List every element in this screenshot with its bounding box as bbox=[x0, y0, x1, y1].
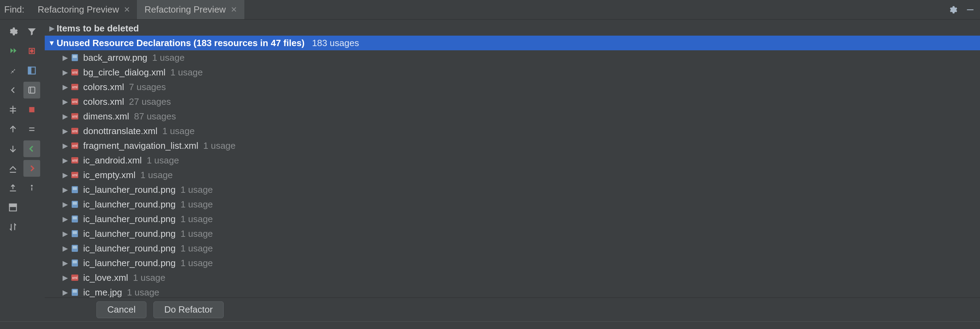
usage-count: 27 usages bbox=[129, 96, 171, 107]
chevron-right-icon: ▶ bbox=[47, 24, 57, 32]
diff-right-icon[interactable] bbox=[24, 160, 40, 177]
chevron-right-icon: ▶ bbox=[60, 200, 70, 208]
gear-icon[interactable] bbox=[945, 2, 961, 17]
up-icon[interactable] bbox=[5, 121, 21, 138]
xml-file-icon: xml bbox=[70, 82, 80, 92]
xml-file-icon: xml bbox=[70, 273, 80, 283]
cancel-button[interactable]: Cancel bbox=[97, 301, 146, 318]
usage-count: 1 usage bbox=[204, 140, 236, 151]
settings-icon[interactable] bbox=[5, 23, 21, 40]
tree-item[interactable]: ▶xmldonottranslate.xml1 usage bbox=[45, 124, 980, 138]
usage-count: 1 usage bbox=[153, 52, 185, 63]
file-name: ic_android.xml bbox=[83, 155, 142, 166]
info-icon[interactable] bbox=[24, 180, 40, 196]
file-name: colors.xml bbox=[83, 82, 124, 92]
preview-icon[interactable] bbox=[5, 199, 21, 216]
export-icon[interactable] bbox=[5, 180, 21, 196]
xml-file-icon: xml bbox=[70, 67, 80, 77]
down-icon[interactable] bbox=[5, 140, 21, 157]
tree-item[interactable]: ▶ic_launcher_round.png1 usage bbox=[45, 197, 980, 211]
file-name: fragment_navigation_list.xml bbox=[83, 140, 199, 151]
svg-text:xml: xml bbox=[72, 276, 78, 280]
tree-item[interactable]: ▶back_arrow.png1 usage bbox=[45, 50, 980, 65]
usage-count: 1 usage bbox=[162, 126, 195, 137]
tree-item[interactable]: ▶xmldimens.xml87 usages bbox=[45, 109, 980, 124]
tree-item[interactable]: ▶ic_launcher_round.png1 usage bbox=[45, 256, 980, 270]
tree-item[interactable]: ▶ic_me.jpg1 usage bbox=[45, 285, 980, 297]
tab-refactoring-preview-1[interactable]: Refactoring Preview ✕ bbox=[137, 0, 244, 19]
svg-rect-31 bbox=[73, 187, 77, 190]
file-name: ic_empty.xml bbox=[83, 170, 135, 181]
usage-tree[interactable]: ▶Items to be deleted▼Unused Resource Dec… bbox=[45, 19, 980, 297]
svg-rect-5 bbox=[29, 87, 35, 93]
chevron-right-icon: ▶ bbox=[60, 53, 70, 62]
chevron-right-icon: ▶ bbox=[60, 244, 70, 253]
file-name: bg_circle_dialog.xml bbox=[83, 67, 165, 78]
refactoring-preview-panel: Find: Refactoring Preview ✕ Refactoring … bbox=[0, 0, 980, 329]
file-name: ic_launcher_round.png bbox=[83, 184, 176, 195]
tree-item[interactable]: ▶xmlbg_circle_dialog.xml1 usage bbox=[45, 65, 980, 79]
file-name: back_arrow.png bbox=[83, 52, 148, 63]
back-icon[interactable] bbox=[5, 82, 21, 99]
status-bar bbox=[0, 321, 980, 329]
collapse-icon[interactable] bbox=[24, 121, 40, 138]
tree-item[interactable]: ▶ic_launcher_round.png1 usage bbox=[45, 241, 980, 256]
pin-icon[interactable] bbox=[5, 62, 21, 79]
close-icon[interactable]: ✕ bbox=[231, 5, 237, 14]
tree-item[interactable]: ▶ic_launcher_round.png1 usage bbox=[45, 226, 980, 241]
file-name: dimens.xml bbox=[83, 111, 129, 122]
usage-count: 7 usages bbox=[129, 82, 166, 92]
svg-rect-11 bbox=[10, 204, 16, 207]
expand-icon[interactable] bbox=[5, 101, 21, 118]
tree-item[interactable]: ▶xmlic_love.xml1 usage bbox=[45, 270, 980, 285]
tree-group-unused-resources[interactable]: ▼Unused Resource Declarations (183 resou… bbox=[45, 36, 980, 50]
do-refactor-button[interactable]: Do Refactor bbox=[153, 301, 224, 318]
svg-text:xml: xml bbox=[72, 85, 78, 89]
svg-text:xml: xml bbox=[72, 159, 78, 162]
sort-icon[interactable] bbox=[5, 219, 21, 235]
xml-file-icon: xml bbox=[70, 97, 80, 106]
diff-left-icon[interactable] bbox=[24, 140, 40, 157]
rerun-icon[interactable] bbox=[5, 43, 21, 59]
usage-count: 1 usage bbox=[170, 67, 203, 78]
image-file-icon bbox=[70, 258, 80, 268]
chevron-right-icon: ▶ bbox=[60, 186, 70, 194]
collapse-up-icon[interactable] bbox=[5, 160, 21, 177]
tree-item[interactable]: ▶xmlcolors.xml7 usages bbox=[45, 79, 980, 94]
svg-rect-41 bbox=[73, 261, 77, 263]
svg-text:xml: xml bbox=[72, 173, 78, 177]
find-label: Find: bbox=[4, 4, 24, 15]
chevron-right-icon: ▶ bbox=[60, 229, 70, 238]
svg-point-2 bbox=[30, 49, 33, 52]
minimize-icon[interactable] bbox=[963, 2, 978, 17]
image-file-icon bbox=[70, 288, 80, 297]
svg-rect-13 bbox=[73, 55, 77, 58]
tree-item[interactable]: ▶xmlfragment_navigation_list.xml1 usage bbox=[45, 138, 980, 153]
tree-item[interactable]: ▶ic_launcher_round.png1 usage bbox=[45, 211, 980, 226]
tab-refactoring-preview-0[interactable]: Refactoring Preview ✕ bbox=[31, 0, 138, 19]
stop-icon[interactable] bbox=[24, 101, 40, 118]
usage-count: 1 usage bbox=[140, 170, 173, 181]
chevron-right-icon: ▶ bbox=[60, 141, 70, 150]
file-name: ic_launcher_round.png bbox=[83, 214, 176, 224]
svg-text:xml: xml bbox=[72, 129, 78, 133]
usage-count: 1 usage bbox=[181, 258, 213, 269]
xml-file-icon: xml bbox=[70, 126, 80, 136]
file-name: ic_me.jpg bbox=[83, 287, 122, 298]
tree-item[interactable]: ▶xmlcolors.xml27 usages bbox=[45, 94, 980, 109]
tree-item[interactable]: ▶ic_launcher_round.png1 usage bbox=[45, 182, 980, 197]
image-file-icon bbox=[70, 243, 80, 253]
xml-file-icon: xml bbox=[70, 156, 80, 165]
usage-count: 1 usage bbox=[147, 155, 179, 166]
tree-root[interactable]: ▶Items to be deleted bbox=[45, 21, 980, 36]
image-file-icon bbox=[70, 53, 80, 62]
close-icon[interactable]: ✕ bbox=[124, 5, 130, 14]
target-icon[interactable] bbox=[24, 43, 40, 59]
tree-item[interactable]: ▶xmlic_empty.xml1 usage bbox=[45, 168, 980, 182]
tree-item[interactable]: ▶xmlic_android.xml1 usage bbox=[45, 153, 980, 168]
layout-icon[interactable] bbox=[24, 62, 40, 79]
filter-icon[interactable] bbox=[24, 23, 40, 40]
chevron-right-icon: ▶ bbox=[60, 68, 70, 76]
group-icon[interactable] bbox=[24, 82, 40, 99]
chevron-right-icon: ▶ bbox=[60, 112, 70, 121]
